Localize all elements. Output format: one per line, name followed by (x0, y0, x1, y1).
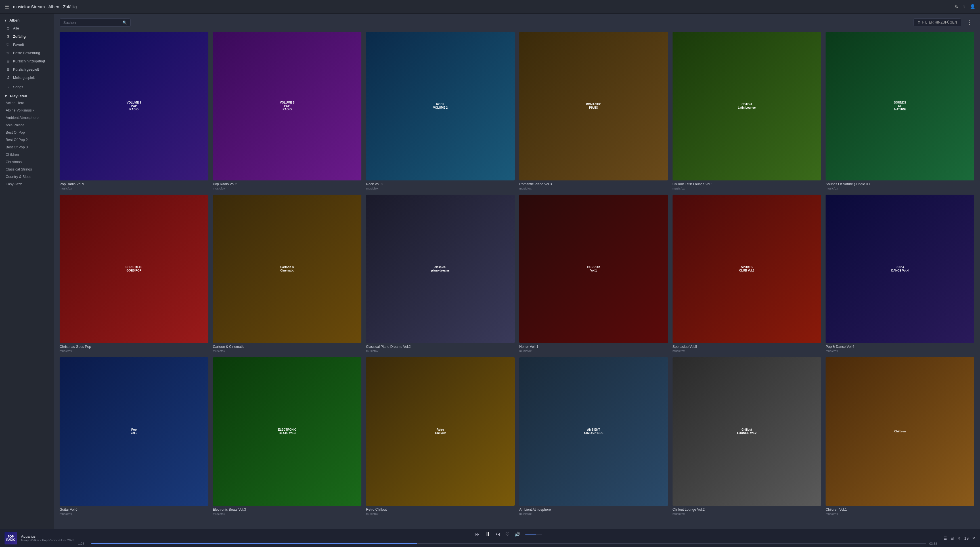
album-artist: musicfox (673, 187, 821, 190)
volume-button[interactable]: 🔊 (514, 531, 520, 537)
album-card-8[interactable]: Cartoon & Cinematic Cartoon & Cinematic … (213, 195, 362, 353)
player-bar: POPRADIO Aquarius Garry Walker - Pop Rad… (0, 529, 980, 547)
refresh-icon[interactable]: ↻ (955, 4, 958, 10)
album-art-text: Children (892, 428, 908, 436)
album-card-13[interactable]: Pop Vol.6 Guitar Vol.6 musicfox (60, 357, 208, 515)
playlist-item-asia[interactable]: Asia Palace (0, 121, 54, 129)
close-player-button[interactable]: ✕ (972, 536, 975, 541)
sidebar-item-beste-bewertung[interactable]: ☆ Beste Bewertung (0, 49, 54, 57)
sidebar-item-alle[interactable]: ⊙ Alle (0, 24, 54, 32)
album-artist: musicfox (826, 187, 974, 190)
app-title: musicfox Stream - Alben - Zufällig (13, 4, 955, 9)
album-card-2[interactable]: VOLUME 5 POP RADIO Pop Radio Vol.5 music… (213, 32, 362, 190)
search-input[interactable] (63, 21, 121, 25)
favorite-button[interactable]: ♡ (505, 531, 509, 537)
queue-count: 19 (964, 536, 969, 541)
album-artist: musicfox (366, 187, 515, 190)
music-icon: ♪ (6, 85, 10, 89)
album-card-10[interactable]: HORROR Vol.1 Horror Vol. 1 musicfox (519, 195, 668, 353)
playlist-item-country[interactable]: Country & Blues (0, 173, 54, 181)
pause-button[interactable]: ⏸ (485, 531, 490, 537)
menu-icon[interactable]: ☰ (5, 4, 9, 10)
playlist-item-best-pop[interactable]: Best Of Pop (0, 129, 54, 136)
album-art-text: Cartoon & Cinematic (278, 263, 296, 274)
album-title: Pop & Dance Vol.4 (826, 345, 974, 349)
playlist-item-action-hero[interactable]: Action Hero (0, 99, 54, 107)
album-title: Pop Radio Vol.5 (213, 182, 362, 186)
playlist-button[interactable]: ⊟ (950, 536, 954, 541)
sidebar-hinzugefuegt-label: Kürzlich hinzugefügt (13, 59, 45, 63)
playlist-item-classical-strings[interactable]: Classical Strings (0, 166, 54, 173)
sidebar-item-favorit[interactable]: ♡ Favorit (0, 41, 54, 49)
album-title: Electronic Beats Vol.3 (213, 507, 362, 512)
playlist-item-alpine[interactable]: Alpine Volksmusik (0, 107, 54, 114)
playlist-item-best-pop3[interactable]: Best Of Pop 3 (0, 144, 54, 151)
album-card-18[interactable]: Children Children Vol.1 musicfox (826, 357, 974, 515)
album-title: Classical Piano Dreams Vol.2 (366, 345, 515, 349)
album-thumb: Pop Vol.6 (60, 357, 208, 506)
heart-icon: ♡ (6, 43, 10, 47)
album-card-3[interactable]: ROCK VOLUME 2 Rock Vol. 2 musicfox (366, 32, 515, 190)
filter-button[interactable]: ⚙ FILTER HINZUFÜGEN (913, 19, 961, 26)
album-card-17[interactable]: Chillout LOUNGE Vol.2 Chillout Lounge Vo… (673, 357, 821, 515)
album-card-4[interactable]: ROMANTIC PIANO Romantic Piano Vol.3 musi… (519, 32, 668, 190)
album-art-text: ROCK VOLUME 2 (431, 100, 450, 112)
playlist-item-best-pop2[interactable]: Best Of Pop 2 (0, 136, 54, 144)
player-progress: 1:28 03:38 (78, 542, 939, 545)
album-card-11[interactable]: SPORTS CLUB Vol.5 Sportsclub Vol.5 music… (673, 195, 821, 353)
volume-slider[interactable] (525, 534, 542, 534)
alben-chevron: ▼ (4, 19, 7, 22)
sidebar-alle-label: Alle (13, 26, 19, 30)
playlist-item-ambient[interactable]: Ambient Atmosphere (0, 114, 54, 121)
album-title: Retro Chillout (366, 507, 515, 512)
album-card-6[interactable]: SOUNDS OF NATURE Sounds Of Nature (Jungl… (826, 32, 974, 190)
playlisten-section-header[interactable]: ▼ Playlisten (0, 91, 54, 99)
search-box[interactable]: 🔍 (60, 19, 130, 27)
queue-list-button[interactable]: ☰ (943, 536, 947, 541)
album-card-16[interactable]: AMBIENT ATMOSPHERE Ambient Atmosphere mu… (519, 357, 668, 515)
prev-button[interactable]: ⏮ (475, 532, 480, 537)
sidebar-meist-label: Meist gespielt (13, 76, 35, 80)
album-card-5[interactable]: Chillout Latin Lounge Chillout Latin Lou… (673, 32, 821, 190)
album-card-9[interactable]: classical piano dreams Classical Piano D… (366, 195, 515, 353)
album-card-14[interactable]: ELECTRONIC BEATS Vol.3 Electronic Beats … (213, 357, 362, 515)
sidebar-item-zufaellig[interactable]: ⤭ Zufällig (0, 32, 54, 41)
sidebar-item-kuelich-hinzugefuegt[interactable]: ⊞ Kürzlich hinzugefügt (0, 57, 54, 65)
next-button[interactable]: ⏭ (496, 532, 500, 537)
album-art-text: Chillout Latin Lounge (735, 100, 758, 112)
album-card-1[interactable]: VOLUME 9 POP RADIO Pop Radio Vol.9 music… (60, 32, 208, 190)
shuffle-right-button[interactable]: ⤭ (957, 536, 961, 541)
sidebar-item-songs[interactable]: ♪ Songs (0, 83, 54, 91)
album-card-15[interactable]: Retro Chillout Retro Chillout musicfox (366, 357, 515, 515)
more-options-button[interactable]: ⋮ (965, 18, 974, 27)
user-icon[interactable]: 👤 (970, 4, 975, 10)
alben-section-header[interactable]: ▼ Alben (0, 16, 54, 24)
main-layout: ▼ Alben ⊙ Alle ⤭ Zufällig ♡ Favorit ☆ Be… (0, 14, 980, 529)
album-artist: musicfox (60, 187, 208, 190)
playlist-item-children[interactable]: Children (0, 151, 54, 158)
album-art-text: Chillout LOUNGE Vol.2 (735, 426, 759, 437)
album-thumb: Children (826, 357, 974, 506)
player-controls: ⏮ ⏸ ⏭ ♡ 🔊 1:28 03:38 (78, 531, 939, 545)
sidebar-item-kuelich-gespielt[interactable]: ⊟ Kürzlich gespielt (0, 65, 54, 73)
album-title: Rock Vol. 2 (366, 182, 515, 186)
activity-icon[interactable]: ⌇ (963, 4, 965, 10)
player-song-title: Aquarius (21, 534, 74, 539)
album-card-7[interactable]: CHRISTMAS GOES POP Christmas Goes Pop mu… (60, 195, 208, 353)
album-thumb: CHRISTMAS GOES POP (60, 195, 208, 343)
album-artist: musicfox (366, 512, 515, 515)
player-time-total: 03:38 (929, 542, 939, 545)
album-artist: musicfox (519, 187, 668, 190)
sidebar-item-meist-gespielt[interactable]: ↺ Meist gespielt (0, 73, 54, 82)
playlist-item-easy-jazz[interactable]: Easy Jazz (0, 181, 54, 188)
filter-label: FILTER HINZUFÜGEN (923, 21, 957, 24)
content-area: 🔍 ⚙ FILTER HINZUFÜGEN ⋮ VOLUME 9 POP RAD… (54, 14, 980, 529)
playlist-item-christmas[interactable]: Christmas (0, 158, 54, 166)
progress-bar[interactable] (91, 543, 926, 544)
album-title: Sportsclub Vol.5 (673, 345, 821, 349)
album-artist: musicfox (60, 349, 208, 353)
header: ☰ musicfox Stream - Alben - Zufällig ↻ ⌇… (0, 0, 980, 14)
sidebar-zufaellig-label: Zufällig (13, 35, 25, 39)
search-icon: 🔍 (123, 21, 127, 25)
album-card-12[interactable]: POP & DANCE Vol.4 Pop & Dance Vol.4 musi… (826, 195, 974, 353)
